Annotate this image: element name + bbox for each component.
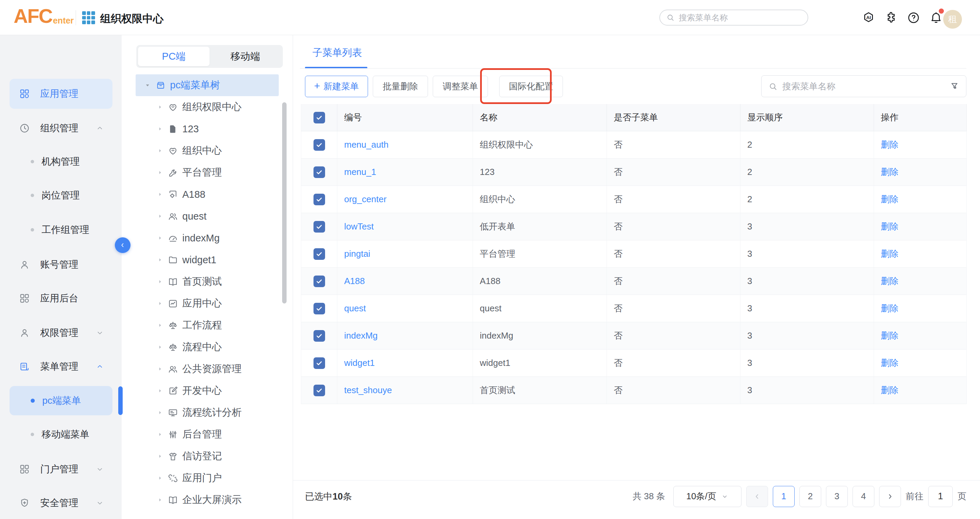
menu-id-link[interactable]: menu_auth (344, 139, 388, 150)
delete-link[interactable]: 删除 (881, 275, 899, 287)
platform-tab-1[interactable]: 移动端 (210, 47, 281, 66)
row-checkbox[interactable] (313, 276, 325, 287)
tree-root-node[interactable]: pc端菜单树 (135, 74, 279, 96)
delete-link[interactable]: 删除 (881, 357, 899, 369)
caret-right-icon[interactable] (157, 300, 164, 307)
caret-down-icon[interactable] (144, 81, 151, 89)
delete-link[interactable]: 删除 (881, 166, 899, 178)
menu-id-link[interactable]: test_shouye (344, 385, 392, 396)
tree-node[interactable]: 企业大屏演示 (135, 489, 279, 511)
page-button-2[interactable]: 2 (799, 486, 821, 507)
platform-tab-0[interactable]: PC端 (138, 47, 210, 66)
plugin-icon[interactable] (884, 11, 898, 25)
menu-id-link[interactable]: indexMg (344, 331, 377, 341)
caret-right-icon[interactable] (157, 409, 164, 416)
row-checkbox[interactable] (313, 330, 325, 342)
delete-link[interactable]: 删除 (881, 302, 899, 315)
row-checkbox[interactable] (313, 194, 325, 205)
caret-right-icon[interactable] (157, 453, 164, 460)
caret-right-icon[interactable] (157, 475, 164, 481)
caret-right-icon[interactable] (157, 147, 164, 154)
sidebar-item-10[interactable]: 移动端菜单 (10, 420, 113, 449)
row-checkbox[interactable] (313, 358, 325, 369)
select-all-checkbox[interactable] (313, 112, 325, 123)
sidebar-item-8[interactable]: 菜单管理 (10, 351, 113, 382)
row-checkbox[interactable] (313, 221, 325, 233)
tree-node[interactable]: widget1 (135, 249, 279, 271)
row-checkbox[interactable] (313, 303, 325, 315)
adjust-menu-button[interactable]: 调整菜单 (433, 76, 488, 97)
page-button-1[interactable]: 1 (773, 486, 795, 507)
delete-link[interactable]: 删除 (881, 139, 899, 151)
ai-icon[interactable]: AI (861, 11, 876, 25)
prev-page-button[interactable] (746, 486, 768, 507)
caret-right-icon[interactable] (157, 213, 164, 220)
sidebar-item-7[interactable]: 权限管理 (10, 318, 113, 348)
tree-node[interactable]: A188 (135, 184, 279, 205)
tree-node[interactable]: 流程中心 (135, 336, 279, 358)
next-page-button[interactable] (879, 486, 901, 507)
delete-link[interactable]: 删除 (881, 330, 899, 342)
row-checkbox[interactable] (313, 139, 325, 151)
sidebar-item-9[interactable]: pc端菜单 (10, 386, 113, 415)
batch-delete-button[interactable]: 批量删除 (373, 76, 428, 97)
help-icon[interactable] (907, 11, 921, 25)
menu-id-link[interactable]: A188 (344, 276, 365, 286)
new-menu-button[interactable]: + 新建菜单 (305, 76, 368, 97)
menu-id-link[interactable]: pingtai (344, 249, 371, 259)
tree-node[interactable]: 后台管理 (135, 423, 279, 446)
app-logo[interactable]: AFC enter (14, 6, 73, 26)
sidebar-item-4[interactable]: 工作组管理 (10, 215, 113, 244)
delete-link[interactable]: 删除 (881, 193, 899, 205)
tree-node[interactable]: quest (135, 205, 279, 227)
row-checkbox[interactable] (313, 166, 325, 178)
sidebar-item-6[interactable]: 应用后台 (10, 283, 113, 313)
row-checkbox[interactable] (313, 248, 325, 260)
avatar[interactable]: 租 (943, 10, 962, 29)
global-search-input[interactable] (679, 13, 791, 22)
delete-link[interactable]: 删除 (881, 384, 899, 396)
delete-link[interactable]: 删除 (881, 248, 899, 260)
bell-icon[interactable] (929, 11, 943, 25)
tree-node[interactable]: 开发中心 (135, 380, 279, 402)
sidebar-item-12[interactable]: 安全管理 (10, 488, 113, 518)
caret-right-icon[interactable] (157, 431, 164, 438)
goto-page-input[interactable] (928, 486, 953, 507)
sidebar-item-3[interactable]: 岗位管理 (10, 181, 113, 210)
tree-node[interactable]: 公共资源管理 (135, 358, 279, 380)
sidebar-item-0[interactable]: 应用管理 (10, 79, 113, 109)
delete-link[interactable]: 删除 (881, 220, 899, 233)
caret-right-icon[interactable] (157, 387, 164, 394)
caret-right-icon[interactable] (157, 169, 164, 176)
menu-id-link[interactable]: org_center (344, 194, 387, 204)
tree-node[interactable]: indexMg (135, 227, 279, 249)
caret-right-icon[interactable] (157, 497, 164, 503)
row-checkbox[interactable] (313, 385, 325, 396)
table-search-input[interactable] (783, 81, 950, 92)
tree-node[interactable]: 工作流程 (135, 315, 279, 336)
tree-node[interactable]: 组织中心 (135, 140, 279, 161)
tree-node[interactable]: 123 (135, 118, 279, 140)
caret-right-icon[interactable] (157, 126, 164, 132)
tree-scrollbar[interactable] (282, 102, 286, 303)
tree-node[interactable]: 流程统计分析 (135, 402, 279, 423)
page-button-3[interactable]: 3 (826, 486, 848, 507)
tree-node[interactable]: 应用门户 (135, 467, 279, 489)
sidebar-item-5[interactable]: 账号管理 (10, 250, 113, 279)
sidebar-item-1[interactable]: 组织管理 (10, 113, 113, 143)
page-size-select[interactable]: 10条/页 (673, 486, 741, 507)
caret-right-icon[interactable] (157, 256, 164, 263)
caret-right-icon[interactable] (157, 191, 164, 198)
sidebar-item-11[interactable]: 门户管理 (10, 454, 113, 484)
tree-node[interactable]: 应用中心 (135, 292, 279, 315)
tree-node[interactable]: 组织权限中心 (135, 96, 279, 118)
caret-right-icon[interactable] (157, 278, 164, 285)
filter-funnel-icon[interactable] (950, 81, 959, 91)
caret-right-icon[interactable] (157, 366, 164, 372)
tree-node[interactable]: 平台管理 (135, 161, 279, 184)
page-button-4[interactable]: 4 (853, 486, 874, 507)
menu-id-link[interactable]: quest (344, 303, 366, 314)
menu-id-link[interactable]: lowTest (344, 221, 374, 232)
caret-right-icon[interactable] (157, 322, 164, 329)
menu-id-link[interactable]: widget1 (344, 358, 375, 368)
